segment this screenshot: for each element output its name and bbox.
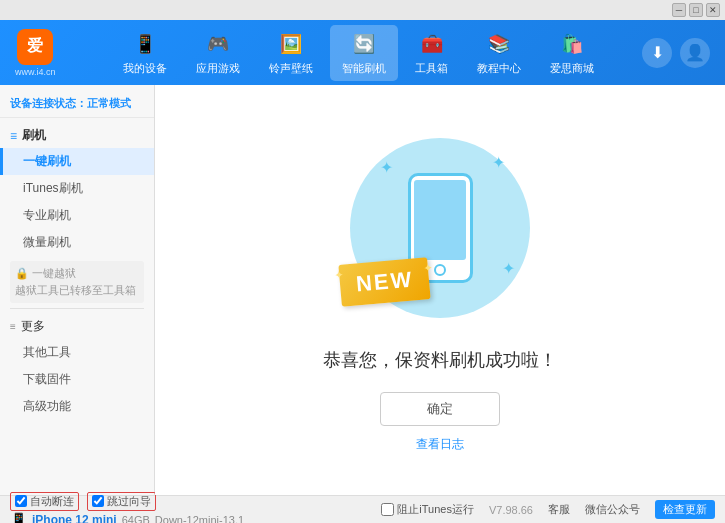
header: 爱 www.i4.cn 📱 我的设备 🎮 应用游戏 🖼️ 铃声壁纸 🔄 智能刷机… xyxy=(0,20,725,85)
nav-tutorial-label: 教程中心 xyxy=(477,61,521,76)
skip-wizard-label: 跳过向导 xyxy=(107,494,151,509)
nav-store-label: 爱思商城 xyxy=(550,61,594,76)
nav-bar: 📱 我的设备 🎮 应用游戏 🖼️ 铃声壁纸 🔄 智能刷机 🧰 工具箱 📚 教程中… xyxy=(76,25,642,81)
phone-home-button xyxy=(434,264,446,276)
other-tools-label: 其他工具 xyxy=(23,345,71,359)
main-layout: 设备连接状态：正常模式 ≡ 刷机 一键刷机 iTunes刷机 专业刷机 微量刷机… xyxy=(0,85,725,495)
title-bar: ─ □ ✕ xyxy=(0,0,725,20)
store-icon: 🛍️ xyxy=(558,30,586,58)
checkbox-group: 自动断连 跳过向导 xyxy=(10,492,156,511)
nav-apps-games[interactable]: 🎮 应用游戏 xyxy=(184,25,252,81)
toolbox-icon: 🧰 xyxy=(418,30,446,58)
notice-label: 一键越狱 xyxy=(32,266,76,281)
view-log-link[interactable]: 查看日志 xyxy=(416,436,464,453)
nav-apps-games-label: 应用游戏 xyxy=(196,61,240,76)
nav-ringtones-label: 铃声壁纸 xyxy=(269,61,313,76)
wipe-flash-label: 微量刷机 xyxy=(23,235,71,249)
success-title: 恭喜您，保资料刷机成功啦！ xyxy=(323,348,557,372)
phone-screen xyxy=(414,180,466,260)
download-firmware-label: 下载固件 xyxy=(23,372,71,386)
status-label: 设备连接状态： xyxy=(10,97,87,109)
logo-icon: 爱 xyxy=(17,29,53,65)
sidebar-item-download-firmware[interactable]: 下载固件 xyxy=(0,366,154,393)
my-device-icon: 📱 xyxy=(131,30,159,58)
version-label: V7.98.66 xyxy=(489,504,533,516)
lock-icon: 🔒 xyxy=(15,267,29,280)
one-click-flash-label: 一键刷机 xyxy=(23,154,71,168)
stop-itunes-checkbox[interactable] xyxy=(381,503,394,516)
nav-toolbox[interactable]: 🧰 工具箱 xyxy=(403,25,460,81)
stop-itunes-label: 阻止iTunes运行 xyxy=(397,502,474,517)
apps-games-icon: 🎮 xyxy=(204,30,232,58)
window-controls[interactable]: ─ □ ✕ xyxy=(672,3,720,17)
sparkle-1: ✦ xyxy=(380,158,393,177)
jailbreak-notice: 🔒 一键越狱 越狱工具已转移至工具箱 xyxy=(10,261,144,303)
nav-my-device-label: 我的设备 xyxy=(123,61,167,76)
auto-disconnect-input[interactable] xyxy=(15,495,27,507)
header-right-buttons: ⬇ 👤 xyxy=(642,38,710,68)
sidebar: 设备连接状态：正常模式 ≡ 刷机 一键刷机 iTunes刷机 专业刷机 微量刷机… xyxy=(0,85,155,495)
itunes-flash-label: iTunes刷机 xyxy=(23,181,83,195)
smart-flash-icon: 🔄 xyxy=(350,30,378,58)
wechat-link[interactable]: 微信公众号 xyxy=(585,502,640,517)
more-icon: ≡ xyxy=(10,321,16,332)
pro-flash-label: 专业刷机 xyxy=(23,208,71,222)
download-btn[interactable]: ⬇ xyxy=(642,38,672,68)
sparkle-3: ✦ xyxy=(502,259,515,278)
sidebar-item-advanced[interactable]: 高级功能 xyxy=(0,393,154,420)
device-system: Down-12mini-13,1 xyxy=(155,514,244,524)
status-value: 正常模式 xyxy=(87,97,131,109)
notice-text: 越狱工具已转移至工具箱 xyxy=(15,283,139,298)
tutorial-icon: 📚 xyxy=(485,30,513,58)
success-illustration: ✦ ✦ ✦ NEW xyxy=(340,128,540,328)
logo-url: www.i4.cn xyxy=(15,67,56,77)
stop-itunes[interactable]: 阻止iTunes运行 xyxy=(381,502,474,517)
skip-wizard-checkbox[interactable]: 跳过向导 xyxy=(87,492,156,511)
flash-section-icon: ≡ xyxy=(10,129,17,143)
sidebar-item-itunes-flash[interactable]: iTunes刷机 xyxy=(0,175,154,202)
sidebar-divider xyxy=(10,308,144,309)
flash-section-header: ≡ 刷机 xyxy=(0,123,154,148)
logo[interactable]: 爱 www.i4.cn xyxy=(15,29,56,77)
new-badge: NEW xyxy=(338,257,431,307)
skip-wizard-input[interactable] xyxy=(92,495,104,507)
update-button[interactable]: 检查更新 xyxy=(655,500,715,519)
device-name: iPhone 12 mini xyxy=(32,513,117,524)
ringtones-icon: 🖼️ xyxy=(277,30,305,58)
more-section-label: 更多 xyxy=(21,318,45,335)
maximize-btn[interactable]: □ xyxy=(689,3,703,17)
sidebar-item-pro-flash[interactable]: 专业刷机 xyxy=(0,202,154,229)
nav-store[interactable]: 🛍️ 爱思商城 xyxy=(538,25,606,81)
close-btn[interactable]: ✕ xyxy=(706,3,720,17)
sparkle-2: ✦ xyxy=(492,153,505,172)
nav-toolbox-label: 工具箱 xyxy=(415,61,448,76)
bottom-bar: 自动断连 跳过向导 📱 iPhone 12 mini 64GB Down-12m… xyxy=(0,495,725,523)
service-link[interactable]: 客服 xyxy=(548,502,570,517)
nav-ringtones[interactable]: 🖼️ 铃声壁纸 xyxy=(257,25,325,81)
confirm-button[interactable]: 确定 xyxy=(380,392,500,426)
connection-status: 设备连接状态：正常模式 xyxy=(0,90,154,118)
nav-my-device[interactable]: 📱 我的设备 xyxy=(111,25,179,81)
content-area: ✦ ✦ ✦ NEW 恭喜您，保资料刷机成功啦！ 确定 查看日志 xyxy=(155,85,725,495)
advanced-label: 高级功能 xyxy=(23,399,71,413)
bottom-right: V7.98.66 客服 微信公众号 检查更新 xyxy=(489,500,715,519)
device-storage: 64GB xyxy=(122,514,150,524)
device-phone-icon: 📱 xyxy=(10,512,27,524)
sidebar-item-one-click-flash[interactable]: 一键刷机 xyxy=(0,148,154,175)
auto-disconnect-label: 自动断连 xyxy=(30,494,74,509)
circle-background: ✦ ✦ ✦ NEW xyxy=(350,138,530,318)
flash-section-label: 刷机 xyxy=(22,127,46,144)
bottom-full: 自动断连 跳过向导 📱 iPhone 12 mini 64GB Down-12m… xyxy=(10,492,715,524)
more-section-header: ≡ 更多 xyxy=(0,314,154,339)
minimize-btn[interactable]: ─ xyxy=(672,3,686,17)
nav-tutorial[interactable]: 📚 教程中心 xyxy=(465,25,533,81)
nav-smart-flash-label: 智能刷机 xyxy=(342,61,386,76)
sidebar-item-other-tools[interactable]: 其他工具 xyxy=(0,339,154,366)
nav-smart-flash[interactable]: 🔄 智能刷机 xyxy=(330,25,398,81)
sidebar-item-wipe-flash[interactable]: 微量刷机 xyxy=(0,229,154,256)
auto-disconnect-checkbox[interactable]: 自动断连 xyxy=(10,492,79,511)
user-btn[interactable]: 👤 xyxy=(680,38,710,68)
